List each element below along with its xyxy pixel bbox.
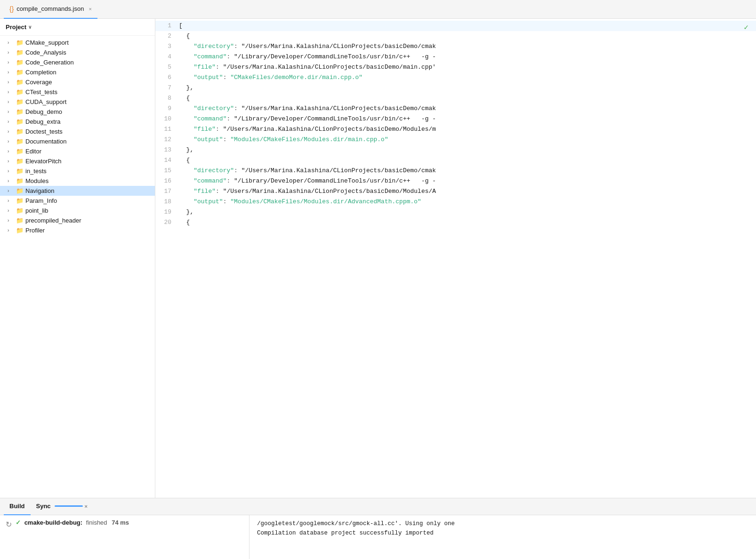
- line-content: },: [179, 83, 756, 93]
- build-time-label: 74 ms: [112, 519, 129, 526]
- line-content: "directory": "/Users/Marina.Kalashina/CL…: [179, 166, 756, 176]
- bottom-tab-build[interactable]: Build: [4, 498, 31, 515]
- code-line: 10 "command": "/Library/Developer/Comman…: [155, 114, 756, 124]
- sidebar-item-cmake-support[interactable]: › 📁 CMake_support: [0, 38, 155, 48]
- sidebar-item-editor[interactable]: › 📁 Editor: [0, 146, 155, 156]
- code-line: 4 "command": "/Library/Developer/Command…: [155, 52, 756, 62]
- project-chevron-icon[interactable]: ∨: [28, 24, 32, 30]
- code-line: 1 [: [155, 21, 756, 31]
- tree-chevron-icon: ›: [8, 168, 14, 174]
- bottom-panel: BuildSync × ↻ ✓ cmake-build-debug: finis…: [0, 498, 756, 559]
- line-number: 2: [155, 31, 179, 41]
- line-number: 19: [155, 207, 179, 217]
- tree-item-label: CTest_tests: [25, 88, 57, 96]
- tree-chevron-icon: ›: [8, 178, 14, 184]
- tree-item-label: Debug_extra: [25, 118, 60, 125]
- tree-item-label: Profiler: [25, 227, 45, 234]
- sidebar-item-ctest-tests[interactable]: › 📁 CTest_tests: [0, 87, 155, 97]
- line-number: 13: [155, 145, 179, 155]
- folder-icon: 📁: [16, 197, 24, 204]
- sidebar-header: Project ∨: [0, 19, 155, 36]
- sidebar-item-cuda-support[interactable]: › 📁 CUDA_support: [0, 97, 155, 107]
- tree-item-label: Coverage: [25, 79, 52, 86]
- tree-chevron-icon: ›: [8, 99, 14, 104]
- code-line: 8 {: [155, 93, 756, 104]
- tree-chevron-icon: ›: [8, 119, 14, 124]
- line-content: "directory": "/Users/Marina.Kalashina/CL…: [179, 104, 756, 114]
- sidebar-item-code-analysis[interactable]: › 📁 Code_Analysis: [0, 48, 155, 57]
- bottom-tab-sync[interactable]: Sync ×: [31, 498, 94, 515]
- tree-item-label: Editor: [25, 148, 41, 155]
- tab-label: compile_commands.json: [16, 5, 84, 12]
- sidebar-item-profiler[interactable]: › 📁 Profiler: [0, 225, 155, 235]
- app-container: {} compile_commands.json × Project ∨ › 📁…: [0, 0, 756, 559]
- folder-icon: 📁: [16, 59, 24, 66]
- tree-chevron-icon: ›: [8, 188, 14, 193]
- file-tab[interactable]: {} compile_commands.json ×: [4, 0, 97, 19]
- folder-icon: 📁: [16, 148, 24, 155]
- tree-chevron-icon: ›: [8, 70, 14, 75]
- tree-chevron-icon: ›: [8, 40, 14, 45]
- line-content: },: [179, 207, 756, 217]
- sidebar-item-doctest-tests[interactable]: › 📁 Doctest_tests: [0, 127, 155, 136]
- sidebar-item-param-info[interactable]: › 📁 Param_Info: [0, 196, 155, 206]
- tree-item-label: in_tests: [25, 168, 47, 175]
- tree-item-label: Code_Generation: [25, 59, 74, 66]
- build-finished-label: finished: [86, 519, 107, 526]
- tree-chevron-icon: ›: [8, 50, 14, 55]
- sync-progress-bar: [55, 505, 83, 507]
- sidebar-item-elevator-pitch[interactable]: › 📁 ElevatorPitch: [0, 156, 155, 166]
- sidebar-item-in-tests[interactable]: › 📁 in_tests: [0, 166, 155, 176]
- code-line: 3 "directory": "/Users/Marina.Kalashina/…: [155, 41, 756, 52]
- sidebar-item-code-generation[interactable]: › 📁 Code_Generation: [0, 57, 155, 67]
- folder-icon: 📁: [16, 138, 24, 145]
- line-number: 8: [155, 93, 179, 104]
- build-info: ✓ cmake-build-debug: finished 74 ms: [16, 519, 129, 526]
- sidebar-item-navigation[interactable]: › 📁 Navigation: [0, 186, 155, 196]
- tree-item-label: precompiled_header: [25, 217, 81, 224]
- sidebar-item-precompiled-header[interactable]: › 📁 precompiled_header: [0, 216, 155, 225]
- line-content: {: [179, 93, 756, 104]
- folder-icon: 📁: [16, 108, 24, 115]
- line-content: "file": "/Users/Marina.Kalashina/CLionPr…: [179, 186, 756, 197]
- line-number: 12: [155, 135, 179, 145]
- sidebar-item-debug-demo[interactable]: › 📁 Debug_demo: [0, 107, 155, 117]
- tree-chevron-icon: ›: [8, 139, 14, 144]
- tree-item-label: Completion: [25, 69, 56, 76]
- line-content: {: [179, 155, 756, 166]
- tab-close-button[interactable]: ×: [88, 6, 91, 12]
- line-content: "command": "/Library/Developer/CommandLi…: [179, 114, 756, 124]
- build-status-line: ✓ cmake-build-debug: finished 74 ms: [16, 519, 129, 526]
- bottom-tab-close-button[interactable]: ×: [85, 503, 88, 509]
- sidebar-item-modules[interactable]: › 📁 Modules: [0, 176, 155, 186]
- sidebar-item-point-lib[interactable]: › 📁 point_lib: [0, 206, 155, 216]
- main-content: Project ∨ › 📁 CMake_support › 📁 Code_Ana…: [0, 19, 756, 498]
- line-content: "output": "CMakeFiles/demoMore.dir/main.…: [179, 72, 756, 83]
- sidebar-item-documentation[interactable]: › 📁 Documentation: [0, 136, 155, 146]
- build-success-icon: ✓: [16, 519, 21, 526]
- editor-content: 1 [ 2 { 3 "directory": "/Users/Marina.Ka…: [155, 19, 756, 498]
- tree-chevron-icon: ›: [8, 129, 14, 134]
- line-number: 7: [155, 83, 179, 93]
- tree-item-label: ElevatorPitch: [25, 158, 62, 165]
- editor-scroll[interactable]: 1 [ 2 { 3 "directory": "/Users/Marina.Ka…: [155, 19, 756, 498]
- bottom-left: ↻ ✓ cmake-build-debug: finished 74 ms: [0, 515, 249, 559]
- code-line: 11 "file": "/Users/Marina.Kalashina/CLio…: [155, 124, 756, 135]
- tree-item-label: CMake_support: [25, 39, 69, 46]
- sidebar-item-debug-extra[interactable]: › 📁 Debug_extra: [0, 117, 155, 127]
- sidebar-tree[interactable]: › 📁 CMake_support › 📁 Code_Analysis › 📁 …: [0, 36, 155, 498]
- tree-chevron-icon: ›: [8, 60, 14, 65]
- tree-item-label: Doctest_tests: [25, 128, 63, 135]
- line-content: [: [179, 21, 756, 31]
- tree-chevron-icon: ›: [8, 80, 14, 85]
- sidebar-item-coverage[interactable]: › 📁 Coverage: [0, 77, 155, 87]
- sidebar-item-completion[interactable]: › 📁 Completion: [0, 67, 155, 77]
- folder-icon: 📁: [16, 168, 24, 175]
- tab-bar: {} compile_commands.json ×: [0, 0, 756, 19]
- folder-icon: 📁: [16, 207, 24, 214]
- refresh-icon[interactable]: ↻: [6, 520, 12, 529]
- code-line: 2 {: [155, 31, 756, 41]
- tree-item-label: Code_Analysis: [25, 49, 66, 56]
- code-line: 6 "output": "CMakeFiles/demoMore.dir/mai…: [155, 72, 756, 83]
- line-number: 1: [155, 21, 179, 31]
